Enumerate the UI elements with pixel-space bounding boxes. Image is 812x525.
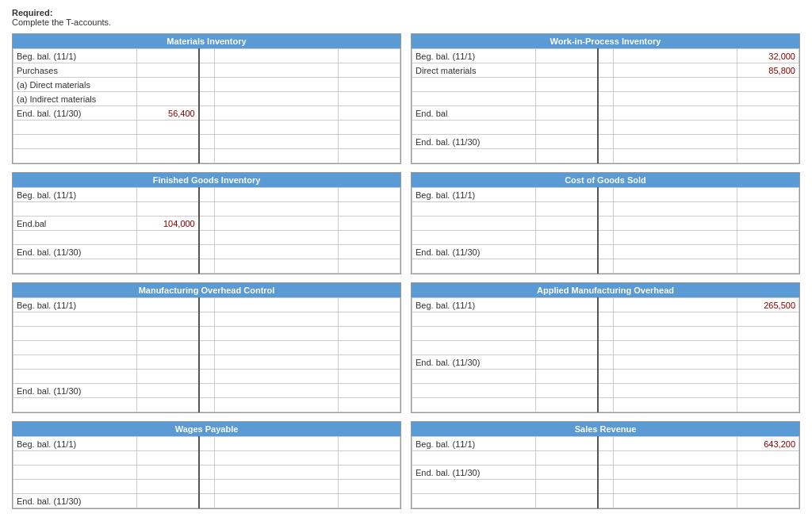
center-divider: [598, 106, 614, 121]
t-account-applied-mfg-overhead: Applied Manufacturing OverheadBeg. bal. …: [411, 282, 800, 413]
table-row: [412, 231, 799, 245]
table-row: End. bal. (11/30): [412, 355, 799, 370]
right-value-cell-3-3: [737, 231, 799, 245]
center-divider: [598, 135, 614, 149]
center-divider: [598, 63, 614, 78]
value-cell-1-3: [536, 92, 598, 106]
t-account-header-mfg-overhead-control: Manufacturing Overhead Control: [13, 283, 400, 297]
right-value-cell-7-4: [737, 494, 799, 508]
label-cell-7-0: Beg. bal. (11/1): [412, 437, 536, 451]
table-row: [412, 451, 799, 466]
t-account-sales-revenue: Sales RevenueBeg. bal. (11/1)643,200End.…: [411, 421, 800, 509]
label-cell-1-4: End. bal: [412, 106, 536, 121]
right-value-cell-1-0: 32,000: [737, 49, 799, 63]
right-label-cell-1-0: [613, 49, 737, 63]
t-account-finished-goods: Finished Goods InventoryBeg. bal. (11/1)…: [12, 172, 401, 274]
right-label-cell-5-1: [613, 312, 737, 327]
table-row: Beg. bal. (11/1): [412, 188, 799, 202]
right-value-cell-6-4: [338, 494, 400, 508]
right-value-cell-3-4: [737, 245, 799, 259]
right-value-cell-5-6: [737, 384, 799, 398]
right-value-cell-0-3: [338, 92, 400, 106]
right-label-cell-0-5: [214, 121, 338, 135]
table-row: Beg. bal. (11/1)32,000: [412, 49, 799, 63]
table-row: [13, 121, 400, 135]
value-cell-6-1: [137, 451, 199, 466]
center-divider: [199, 298, 215, 312]
right-value-cell-5-3: [737, 341, 799, 355]
table-row: [13, 327, 400, 341]
value-cell-1-0: [536, 49, 598, 63]
center-divider: [598, 451, 614, 466]
value-cell-7-3: [536, 480, 598, 494]
right-label-cell-6-2: [214, 466, 338, 480]
right-label-cell-0-4: [214, 106, 338, 121]
label-cell-3-4: End. bal. (11/30): [412, 245, 536, 259]
right-value-cell-0-0: [338, 49, 400, 63]
value-cell-5-5: [536, 370, 598, 384]
table-row: (a) Direct materials: [13, 78, 400, 92]
table-row: Beg. bal. (11/1): [13, 298, 400, 312]
right-label-cell-6-4: [214, 494, 338, 508]
right-label-cell-0-6: [214, 135, 338, 149]
center-divider: [598, 384, 614, 398]
table-row: [412, 78, 799, 92]
label-cell-2-0: Beg. bal. (11/1): [13, 188, 137, 202]
label-cell-5-6: [412, 384, 536, 398]
label-cell-1-3: [412, 92, 536, 106]
center-divider: [199, 135, 215, 149]
center-divider: [598, 355, 614, 370]
label-cell-3-3: [412, 231, 536, 245]
label-cell-0-2: (a) Direct materials: [13, 78, 137, 92]
label-cell-6-0: Beg. bal. (11/1): [13, 437, 137, 451]
table-row: [13, 259, 400, 274]
t-account-header-wages-payable: Wages Payable: [13, 422, 400, 436]
right-value-cell-1-2: [737, 78, 799, 92]
table-row: [13, 370, 400, 384]
label-cell-7-3: [412, 480, 536, 494]
value-cell-7-1: [536, 451, 598, 466]
center-divider: [199, 63, 215, 78]
right-label-cell-1-4: [613, 106, 737, 121]
right-value-cell-2-3: [338, 231, 400, 245]
value-cell-5-7: [536, 398, 598, 412]
right-value-cell-2-0: [338, 188, 400, 202]
table-row: [13, 149, 400, 163]
table-row: [412, 217, 799, 231]
value-cell-0-3: [137, 92, 199, 106]
right-label-cell-7-2: [613, 466, 737, 480]
label-cell-3-5: [412, 259, 536, 274]
right-label-cell-2-4: [214, 245, 338, 259]
label-cell-3-2: [412, 217, 536, 231]
right-label-cell-1-5: [613, 121, 737, 135]
value-cell-6-0: [137, 437, 199, 451]
table-row: [412, 327, 799, 341]
center-divider: [199, 121, 215, 135]
value-cell-1-4: [536, 106, 598, 121]
label-cell-3-0: Beg. bal. (11/1): [412, 188, 536, 202]
value-cell-1-1: [536, 63, 598, 78]
table-row: [412, 259, 799, 274]
center-divider: [199, 188, 215, 202]
right-value-cell-7-3: [737, 480, 799, 494]
right-value-cell-2-4: [338, 245, 400, 259]
center-divider: [199, 437, 215, 451]
table-row: [412, 202, 799, 217]
value-cell-0-4: 56,400: [137, 106, 199, 121]
center-divider: [598, 327, 614, 341]
t-account-header-wip-inventory: Work-in-Process Inventory: [412, 34, 799, 48]
right-value-cell-0-5: [338, 121, 400, 135]
center-divider: [598, 259, 614, 274]
table-row: Beg. bal. (11/1): [13, 437, 400, 451]
label-cell-6-4: End. bal. (11/30): [13, 494, 137, 508]
right-value-cell-0-7: [338, 149, 400, 163]
right-label-cell-3-3: [613, 231, 737, 245]
label-cell-1-6: End. bal. (11/30): [412, 135, 536, 149]
label-cell-6-3: [13, 480, 137, 494]
right-label-cell-5-3: [613, 341, 737, 355]
label-cell-5-2: [412, 327, 536, 341]
label-cell-5-4: End. bal. (11/30): [412, 355, 536, 370]
right-value-cell-5-5: [737, 370, 799, 384]
right-value-cell-6-1: [338, 451, 400, 466]
center-divider: [199, 259, 215, 274]
